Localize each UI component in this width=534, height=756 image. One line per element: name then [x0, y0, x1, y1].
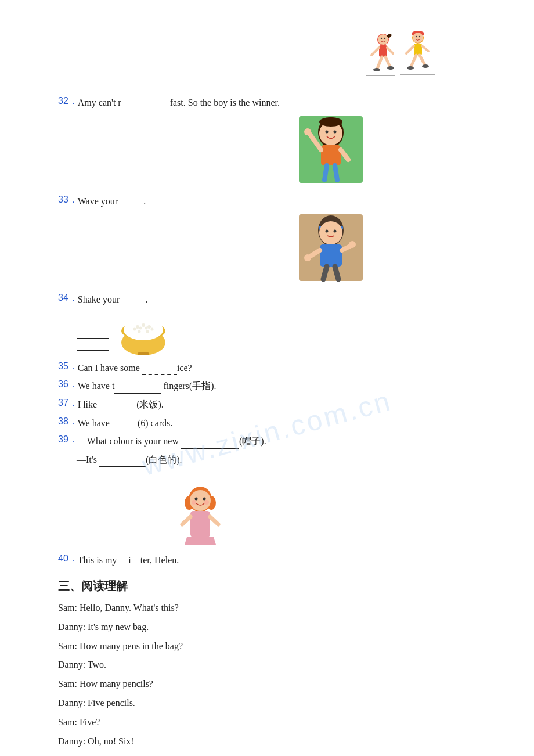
q35-blank-lines	[77, 317, 109, 351]
svg-line-50	[335, 267, 338, 279]
svg-point-22	[416, 36, 417, 37]
svg-line-49	[323, 267, 327, 279]
question-36: 36． We have t fingers(手指).	[58, 379, 488, 394]
q33-number: 33．	[58, 194, 78, 206]
girl-waving-svg	[299, 116, 363, 186]
svg-rect-72	[190, 511, 210, 537]
q39-text: —What colour is your new (帽子).	[78, 434, 488, 449]
svg-line-75	[210, 517, 218, 524]
q32-blank[interactable]	[121, 100, 168, 110]
svg-line-4	[385, 57, 390, 67]
q39-number: 39．	[58, 434, 78, 446]
q37-text: I like (米饭).	[78, 397, 488, 412]
q35-blank[interactable]	[142, 365, 177, 375]
svg-point-23	[419, 36, 420, 37]
q33-blank[interactable]	[120, 198, 143, 208]
question-40: 40． This is my __i__ter, Helen.	[58, 553, 488, 568]
svg-point-42	[326, 230, 329, 233]
svg-rect-63	[138, 352, 149, 355]
svg-point-10	[381, 38, 382, 39]
q37-number: 37．	[58, 397, 78, 409]
svg-point-18	[422, 64, 429, 68]
question-35: 35． Can I have some ice?	[58, 361, 488, 376]
q37-blank[interactable]	[99, 402, 134, 412]
q36-text: We have t fingers(手指).	[78, 379, 488, 394]
svg-point-62	[146, 330, 149, 333]
girl-shaking-svg	[299, 214, 363, 284]
svg-point-29	[326, 130, 329, 133]
svg-point-60	[151, 327, 154, 330]
svg-point-55	[142, 323, 145, 327]
svg-point-9	[378, 34, 388, 45]
svg-point-71	[204, 500, 209, 505]
svg-point-57	[134, 327, 136, 330]
svg-point-41	[319, 221, 342, 244]
svg-point-68	[195, 498, 198, 501]
svg-point-70	[192, 500, 196, 505]
q35-text: Can I have some ice?	[78, 361, 488, 376]
question-38: 38． We have (6) cards.	[58, 416, 488, 431]
q32-text: Amy can't r fast. So the boy is the winn…	[78, 95, 488, 110]
dialogue-line-5: Sam: How many pencils?	[58, 676, 488, 693]
svg-point-54	[136, 325, 139, 329]
dialogue-line-9: Sam: How many books?	[58, 752, 488, 756]
q36-blank[interactable]	[114, 383, 161, 394]
q39-answer-text: —It's (白色的).	[77, 452, 488, 467]
girl-waving-image	[174, 116, 488, 188]
question-32: 32． Amy can't r fast. So the boy is the …	[58, 95, 488, 110]
sister-image	[174, 487, 488, 547]
runners-image	[58, 29, 488, 89]
q34-blank[interactable]	[122, 297, 145, 307]
svg-line-19	[406, 46, 414, 53]
q34-number: 34．	[58, 292, 78, 304]
svg-point-61	[138, 330, 141, 333]
svg-point-37	[319, 117, 342, 127]
blank-line-2	[77, 329, 109, 339]
svg-marker-73	[185, 537, 216, 545]
svg-rect-14	[414, 44, 422, 55]
svg-rect-2	[379, 45, 387, 57]
question-39: 39． —What colour is your new (帽子).	[58, 434, 488, 449]
dialogue-line-6: Danny: Five pencils.	[58, 695, 488, 712]
question-37: 37． I like (米饭).	[58, 397, 488, 412]
section3-heading: 三、阅读理解	[58, 578, 488, 594]
rice-bowl-svg	[117, 311, 169, 357]
blank-line-1	[77, 317, 109, 326]
question-33: 33． Wave your .	[58, 194, 488, 209]
q38-blank[interactable]	[112, 420, 135, 430]
q36-number: 36．	[58, 379, 78, 391]
q40-number: 40．	[58, 553, 78, 565]
dialogue-block: Sam: Hello, Danny. What's this? Danny: I…	[58, 600, 488, 756]
blank-line-3	[77, 341, 109, 351]
svg-line-16	[420, 55, 425, 65]
q32-number: 32．	[58, 95, 78, 107]
svg-point-53	[124, 319, 163, 340]
svg-line-74	[182, 517, 190, 524]
question-39-answer: —It's (白色的).	[77, 452, 488, 467]
svg-point-69	[203, 498, 206, 501]
q39-blank2[interactable]	[99, 456, 146, 467]
q39-blank1[interactable]	[181, 438, 239, 449]
svg-point-48	[349, 241, 356, 248]
question-34: 34． Shake your .	[58, 292, 488, 307]
svg-line-15	[411, 55, 416, 67]
svg-point-5	[373, 68, 380, 71]
dialogue-line-4: Danny: Two.	[58, 657, 488, 674]
dialogue-line-7: Sam: Five?	[58, 714, 488, 731]
svg-rect-44	[320, 244, 342, 267]
svg-point-58	[139, 326, 142, 329]
runners-svg	[360, 29, 441, 87]
svg-point-30	[334, 130, 337, 133]
dialogue-line-8: Danny: Oh, no! Six!	[58, 733, 488, 750]
svg-line-8	[387, 48, 393, 53]
svg-point-56	[147, 325, 151, 329]
q35-number: 35．	[58, 361, 78, 373]
svg-line-20	[422, 46, 428, 51]
dialogue-line-1: Sam: Hello, Danny. What's this?	[58, 600, 488, 617]
svg-point-33	[304, 128, 311, 135]
svg-line-35	[324, 165, 327, 180]
q33-text: Wave your .	[78, 194, 488, 209]
sister-svg	[174, 487, 226, 545]
svg-point-6	[387, 66, 394, 70]
svg-point-59	[145, 326, 148, 329]
